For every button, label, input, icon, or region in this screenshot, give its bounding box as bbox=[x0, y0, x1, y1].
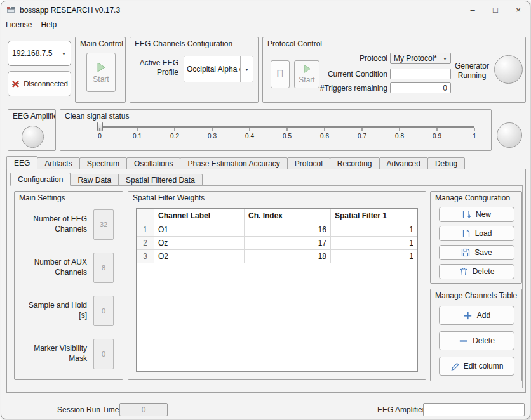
button-label: Add bbox=[477, 311, 490, 320]
button-label: Delete bbox=[473, 267, 495, 276]
manage-configuration-panel: Manage Configuration New bbox=[430, 191, 522, 284]
tab-oscillations[interactable]: Oscillations bbox=[126, 157, 180, 169]
tab-artifacts[interactable]: Artifacts bbox=[37, 157, 79, 169]
subtab-spatial-filtered-data[interactable]: Spatial Filtered Data bbox=[118, 174, 203, 186]
session-run-time-label: Session Run Time bbox=[57, 405, 119, 415]
protocol-select[interactable]: My Protocol* ▼ bbox=[390, 53, 451, 64]
table-header-row: Channel Label Ch. Index Spatial Filter 1 bbox=[137, 209, 417, 223]
num-aux-channels-label: Number of AUX Channels bbox=[18, 258, 87, 277]
chevron-down-icon[interactable]: ▼ bbox=[57, 41, 71, 65]
load-document-icon bbox=[462, 229, 471, 238]
protocol-start-button[interactable]: Start bbox=[294, 60, 319, 88]
pi-icon: Π bbox=[276, 69, 284, 80]
slider-tick-label: 0.1 bbox=[133, 133, 142, 140]
new-document-icon bbox=[462, 210, 471, 219]
eeg-channels-config-panel: EEG Channels Configuration Active EEG Pr… bbox=[130, 37, 259, 103]
main-control-start-button[interactable]: Start bbox=[86, 53, 116, 92]
eeg-amplifier-footer-label: EEG Amplifier bbox=[377, 405, 425, 415]
cell-channel-label[interactable]: Oz bbox=[154, 237, 245, 250]
tab-phase-estimation-accuracy[interactable]: Phase Estimation Accuracy bbox=[180, 157, 287, 169]
current-condition-input[interactable] bbox=[390, 69, 451, 79]
connection-ip-value: 192.168.7.5 bbox=[8, 41, 57, 65]
marker-visibility-field: 0 bbox=[93, 339, 114, 369]
menu-bar: License Help bbox=[1, 18, 530, 31]
cell-spatial-filter[interactable]: 1 bbox=[331, 250, 417, 263]
add-channel-button[interactable]: Add bbox=[439, 306, 514, 325]
connection-ip-combo[interactable]: 192.168.7.5 ▼ bbox=[8, 41, 71, 66]
tab-debug[interactable]: Debug bbox=[427, 157, 465, 169]
cell-channel-label[interactable]: O1 bbox=[154, 223, 245, 237]
marker-visibility-label: Marker Visibility Mask bbox=[18, 344, 87, 364]
button-label: Save bbox=[474, 248, 492, 257]
load-config-button[interactable]: Load bbox=[439, 226, 514, 241]
generator-running-lamp bbox=[494, 55, 523, 84]
tab-recording[interactable]: Recording bbox=[330, 157, 380, 169]
maximize-button[interactable]: □ bbox=[484, 1, 507, 18]
slider-tick bbox=[362, 128, 363, 131]
slider-tick bbox=[100, 128, 100, 131]
cell-ch-index[interactable]: 16 bbox=[245, 223, 331, 237]
new-config-button[interactable]: New bbox=[439, 207, 514, 222]
close-button[interactable]: × bbox=[507, 1, 530, 18]
column-header-channel-label: Channel Label bbox=[154, 209, 245, 223]
sample-hold-label: Sample and Hold [s] bbox=[18, 301, 87, 320]
pencil-icon bbox=[450, 362, 459, 371]
cell-spatial-filter[interactable]: 1 bbox=[331, 237, 417, 250]
slider-tick-label: 0.6 bbox=[320, 133, 329, 140]
connect-status-button[interactable]: Disconnected bbox=[8, 71, 71, 96]
slider-track[interactable] bbox=[100, 126, 474, 128]
tab-eeg[interactable]: EEG bbox=[6, 156, 37, 169]
subtab-configuration[interactable]: Configuration bbox=[10, 173, 71, 186]
panel-title: Clean signal status bbox=[60, 110, 491, 121]
disconnect-icon bbox=[11, 79, 20, 89]
play-icon bbox=[95, 62, 107, 73]
app-window: bossapp RESEARCH v0.17.3 – □ × License H… bbox=[1, 1, 530, 419]
tab-protocol[interactable]: Protocol bbox=[287, 157, 330, 169]
protocol-pi-button[interactable]: Π bbox=[271, 60, 290, 88]
minimize-button[interactable]: – bbox=[461, 1, 484, 18]
subtab-raw-data[interactable]: Raw Data bbox=[70, 174, 119, 186]
cell-spatial-filter[interactable]: 1 bbox=[331, 223, 417, 237]
menu-license[interactable]: License bbox=[6, 20, 32, 29]
cell-channel-label[interactable]: O2 bbox=[154, 250, 245, 263]
eeg-amplifier-field[interactable] bbox=[423, 403, 525, 416]
main-control-panel: Main Control Start bbox=[75, 37, 126, 103]
minus-icon bbox=[459, 336, 468, 346]
current-condition-label: Current Condition bbox=[324, 70, 387, 79]
main-tab-bar: EEG Artifacts Spectrum Oscillations Phas… bbox=[6, 156, 464, 169]
table-row: 1 O1 16 1 bbox=[137, 223, 417, 237]
eeg-profile-select[interactable]: Occipital Alpha cl... ▼ bbox=[184, 56, 253, 82]
slider-tick bbox=[400, 128, 400, 131]
chevron-down-icon: ▼ bbox=[443, 56, 447, 61]
eeg-amplifier-panel: EEG Amplifier bbox=[8, 109, 56, 151]
setting-row: Sample and Hold [s] 0 bbox=[18, 296, 114, 326]
start-button-label: Start bbox=[299, 75, 314, 84]
tab-advanced[interactable]: Advanced bbox=[379, 157, 428, 169]
cell-ch-index[interactable]: 18 bbox=[245, 250, 331, 263]
slider-tick-label: 1 bbox=[473, 133, 476, 140]
slider-handle[interactable] bbox=[97, 122, 103, 131]
save-config-button[interactable]: Save bbox=[439, 245, 514, 260]
title-bar: bossapp RESEARCH v0.17.3 – □ × bbox=[1, 1, 530, 18]
clean-signal-slider[interactable]: 0 0.1 0.2 0.3 0.4 0.5 0.6 0.7 0.8 0.9 1 bbox=[100, 122, 474, 148]
setting-row: Marker Visibility Mask 0 bbox=[18, 339, 114, 369]
panel-title: Main Settings bbox=[15, 192, 123, 202]
connect-status-label: Disconnected bbox=[24, 80, 68, 88]
slider-tick bbox=[212, 128, 213, 131]
main-settings-panel: Main Settings Number of EEG Channels 32 … bbox=[14, 191, 123, 380]
triggers-remaining-input[interactable]: 0 bbox=[390, 82, 451, 93]
menu-help[interactable]: Help bbox=[41, 20, 57, 29]
spatial-filter-panel: Spatial Filter Weights Channel Label Ch.… bbox=[128, 191, 426, 380]
delete-channel-button[interactable]: Delete bbox=[439, 331, 514, 350]
trash-icon bbox=[459, 267, 468, 276]
channels-table: Channel Label Ch. Index Spatial Filter 1… bbox=[136, 208, 418, 372]
edit-column-button[interactable]: Edit column bbox=[439, 357, 514, 376]
panel-title: Manage Configuration bbox=[431, 192, 521, 202]
delete-config-button[interactable]: Delete bbox=[439, 264, 514, 279]
tab-spectrum[interactable]: Spectrum bbox=[79, 157, 127, 169]
chevron-down-icon[interactable]: ▼ bbox=[240, 56, 253, 82]
panel-title: Spatial Filter Weights bbox=[128, 192, 426, 202]
configuration-panel: Main Settings Number of EEG Channels 32 … bbox=[10, 185, 523, 388]
window-title: bossapp RESEARCH v0.17.3 bbox=[20, 6, 120, 15]
cell-ch-index[interactable]: 17 bbox=[245, 237, 331, 250]
